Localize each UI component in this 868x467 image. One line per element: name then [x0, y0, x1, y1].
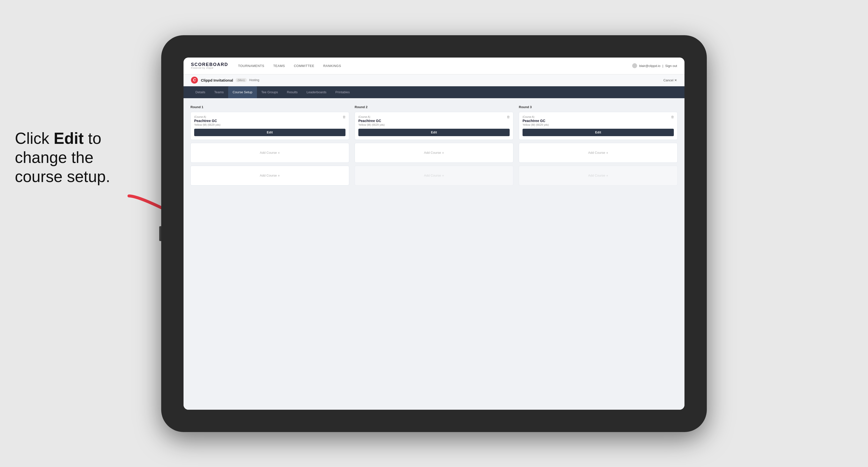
user-avatar: [632, 63, 637, 68]
round-3-course-details: Yellow (M) (6629 yds): [523, 123, 674, 126]
round-3-add-course-1[interactable]: Add Course +: [519, 143, 678, 163]
round-3-column: Round 3 🗑 (Course A) Peachtree GC Yellow…: [519, 105, 678, 188]
round-2-header: Round 2: [354, 105, 514, 109]
content-area: Round 1 🗑 (Course A) Peachtree GC Yellow…: [184, 98, 684, 410]
user-email: blair@clippd.io: [639, 64, 660, 68]
round-2-add-course-2: Add Course +: [354, 166, 514, 186]
round-2-course-card: 🗑 (Course A) Peachtree GC Yellow (M) (66…: [354, 112, 514, 140]
round-2-column: Round 2 🗑 (Course A) Peachtree GC Yellow…: [354, 105, 514, 188]
annotation-course-setup: course setup.: [15, 168, 110, 186]
round-1-plus-icon-2: +: [278, 174, 280, 178]
round-1-plus-icon-1: +: [278, 151, 280, 155]
subheader-right: Cancel ✕: [663, 79, 677, 82]
round-3-add-course-label-1: Add Course: [588, 151, 606, 155]
topnav-links: TOURNAMENTS TEAMS COMMITTEE RANKINGS: [238, 64, 632, 68]
round-1-column: Round 1 🗑 (Course A) Peachtree GC Yellow…: [190, 105, 349, 188]
round-1-course-details: Yellow (M) (6629 yds): [194, 123, 345, 126]
round-1-add-course-label-1: Add Course: [260, 151, 277, 155]
tab-details[interactable]: Details: [191, 86, 210, 98]
round-2-add-course-label-1: Add Course: [424, 151, 441, 155]
nav-tournaments[interactable]: TOURNAMENTS: [238, 64, 265, 68]
nav-separator: |: [662, 64, 663, 68]
round-1-add-course-2[interactable]: Add Course +: [190, 166, 349, 186]
tab-leaderboards[interactable]: Leaderboards: [302, 86, 331, 98]
round-2-plus-icon-2: +: [442, 174, 444, 178]
round-3-course-name: Peachtree GC: [523, 119, 674, 123]
round-2-trash-icon[interactable]: 🗑: [506, 115, 510, 120]
tablet-shell: SCOREBOARD Powered by clippd TOURNAMENTS…: [161, 35, 707, 432]
round-3-course-label: (Course A): [523, 116, 674, 118]
round-2-course-details: Yellow (M) (6629 yds): [359, 123, 509, 126]
annotation-bold: Edit: [54, 129, 84, 147]
topnav-right: blair@clippd.io | Sign out: [632, 63, 677, 68]
rounds-grid: Round 1 🗑 (Course A) Peachtree GC Yellow…: [190, 105, 678, 188]
cancel-label[interactable]: Cancel: [663, 79, 673, 82]
subheader: C Clippd Invitational (Men) Hosting Canc…: [184, 74, 684, 86]
round-2-plus-icon-1: +: [442, 151, 444, 155]
annotation-text: Click Edit to change the course setup.: [15, 129, 110, 186]
tabs-bar: Details Teams Course Setup Tee Groups Re…: [184, 86, 684, 98]
round-1-course-card: 🗑 (Course A) Peachtree GC Yellow (M) (66…: [190, 112, 349, 140]
round-1-course-label: (Course A): [194, 116, 345, 118]
gender-badge: (Men): [236, 78, 247, 82]
round-1-header: Round 1: [190, 105, 349, 109]
hosting-badge: Hosting: [249, 79, 259, 82]
round-3-edit-button[interactable]: Edit: [523, 129, 674, 136]
round-3-plus-icon-2: +: [606, 174, 608, 178]
tab-printables[interactable]: Printables: [331, 86, 354, 98]
scoreboard-logo: SCOREBOARD Powered by clippd: [191, 62, 228, 69]
top-navigation: SCOREBOARD Powered by clippd TOURNAMENTS…: [184, 58, 684, 74]
cancel-icon[interactable]: ✕: [674, 79, 677, 82]
round-3-plus-icon-1: +: [606, 151, 608, 155]
tab-teams[interactable]: Teams: [210, 86, 228, 98]
round-2-course-name: Peachtree GC: [359, 119, 509, 123]
round-1-trash-icon[interactable]: 🗑: [341, 115, 346, 120]
round-1-edit-button[interactable]: Edit: [194, 129, 345, 136]
round-3-add-course-label-2: Add Course: [588, 174, 606, 177]
logo-subtitle: Powered by clippd: [191, 67, 228, 69]
round-1-add-course-1[interactable]: Add Course +: [190, 143, 349, 163]
tournament-logo: C: [191, 76, 198, 84]
tab-tee-groups[interactable]: Tee Groups: [257, 86, 282, 98]
round-3-course-card: 🗑 (Course A) Peachtree GC Yellow (M) (66…: [519, 112, 678, 140]
round-3-header: Round 3: [519, 105, 678, 109]
tablet-screen: SCOREBOARD Powered by clippd TOURNAMENTS…: [184, 58, 684, 410]
logo-title: SCOREBOARD: [191, 62, 228, 67]
tournament-name: Clippd Invitational: [201, 78, 233, 82]
sign-out-link[interactable]: Sign out: [665, 64, 677, 68]
round-3-trash-icon[interactable]: 🗑: [670, 115, 675, 120]
tab-results[interactable]: Results: [282, 86, 302, 98]
annotation-change: change the: [15, 149, 93, 166]
round-1-add-course-label-2: Add Course: [260, 174, 277, 177]
round-3-add-course-2: Add Course +: [519, 166, 678, 186]
round-2-course-label: (Course A): [359, 116, 509, 118]
nav-teams[interactable]: TEAMS: [273, 64, 285, 68]
nav-rankings[interactable]: RANKINGS: [323, 64, 341, 68]
tablet-side-button: [159, 226, 161, 241]
round-1-course-name: Peachtree GC: [194, 119, 345, 123]
nav-committee[interactable]: COMMITTEE: [294, 64, 314, 68]
tab-course-setup[interactable]: Course Setup: [228, 86, 257, 98]
annotation-click: Click Edit to: [15, 129, 101, 147]
round-2-edit-button[interactable]: Edit: [359, 129, 509, 136]
round-2-add-course-1[interactable]: Add Course +: [354, 143, 514, 163]
round-2-add-course-label-2: Add Course: [424, 174, 441, 177]
